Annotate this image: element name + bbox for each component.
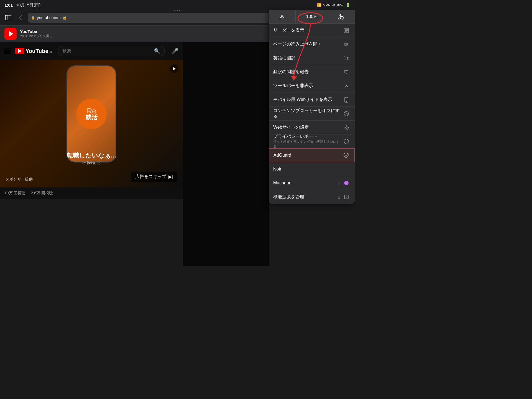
adguard-icon: [342, 151, 350, 159]
svg-text:A: A: [344, 56, 346, 59]
status-date: 10月15日(日): [16, 2, 40, 8]
menu-item-listen[interactable]: ページの読み上げを聞く: [269, 37, 355, 51]
content-overlay: [183, 10, 269, 266]
menu-item-translate[interactable]: 英語に翻訳 A あ: [269, 51, 355, 65]
hamburger-line: [4, 53, 11, 53]
bottom-content: 19万 回視聴 2.6万 回視聴: [0, 187, 183, 199]
youtube-logo-jp: JP: [50, 50, 53, 54]
menu-item-reader[interactable]: リーダーを表示: [269, 24, 355, 37]
menu-item-privacy-label: プライバシーレポート: [273, 134, 342, 139]
mic-button[interactable]: 🎤: [172, 48, 178, 54]
macaque-icon: [342, 179, 350, 187]
sponsor-label: スポンサー提供: [6, 177, 33, 182]
phone-mockup: Re 就活: [66, 65, 116, 162]
video-domain: re-katsu.jp: [0, 161, 183, 165]
svg-rect-0: [5, 15, 7, 20]
menu-item-mobile[interactable]: モバイル用 Webサイトを表示: [269, 93, 355, 107]
three-dots-decoration: [174, 10, 180, 11]
svg-rect-9: [345, 43, 346, 45]
lock-icon: 🔒: [31, 16, 35, 20]
battery-label: 82%: [337, 3, 344, 7]
wifi-icon: 📶: [317, 3, 321, 7]
battery-icon: 🔋: [346, 3, 350, 7]
url-text: youtube.com: [37, 15, 61, 20]
menu-item-listen-label: ページの読み上げを聞く: [273, 41, 342, 47]
noir-icon: [342, 165, 350, 173]
dropdown-menu: あ 100% あ リーダーを表示 ページの読み上げを聞く 英語: [269, 10, 355, 204]
url-lock-suffix: 🔒: [62, 16, 67, 20]
translate-icon: A あ: [342, 54, 350, 62]
rekatsu-kanji-text: 就活: [85, 115, 98, 121]
svg-line-16: [345, 112, 348, 115]
svg-point-17: [346, 127, 347, 128]
menu-item-translate-label: 英語に翻訳: [273, 55, 342, 61]
menu-item-blocker[interactable]: コンテンツブロッカーをオフにする: [269, 107, 355, 121]
menu-item-extensions[interactable]: 機能拡張を管理 1: [269, 190, 355, 204]
view-count-2: 2.6万 回視聴: [31, 191, 53, 196]
video-overlay-text: 転職したいなぁ... re-katsu.jp: [0, 151, 183, 165]
listen-icon: [342, 40, 350, 48]
hamburger-line: [4, 51, 11, 51]
youtube-header: YouTube JP 検索 🔍 🎤: [0, 42, 183, 60]
menu-item-macaque[interactable]: Macaque 1: [269, 176, 355, 190]
menu-item-report-label: 翻訳の問題を報告: [273, 69, 342, 75]
search-icon: 🔍: [154, 48, 160, 54]
svg-point-18: [344, 125, 349, 130]
status-time: 1:01: [4, 3, 13, 7]
location-icon: ⊕: [332, 3, 335, 7]
app-sub: YouTubeアプリで開く: [20, 34, 53, 39]
skip-ad-button[interactable]: 広告をスキップ ▶|: [131, 172, 177, 182]
rekatsu-re-text: Re: [87, 107, 96, 115]
svg-text:あ: あ: [346, 56, 349, 60]
font-size-increase-button[interactable]: あ: [328, 10, 355, 23]
menu-item-privacy[interactable]: プライバシーレポート サイト越えトラッキング防止機能をオンにする: [269, 134, 355, 148]
search-bar[interactable]: 検索 🔍: [58, 46, 165, 56]
menu-item-report[interactable]: 翻訳の問題を報告: [269, 65, 355, 79]
menu-item-reader-label: リーダーを表示: [273, 27, 342, 33]
settings-icon: [342, 124, 350, 131]
menu-item-websettings[interactable]: Webサイトの設定: [269, 121, 355, 134]
video-area: Re 就活 転職したいなぁ... re-katsu.jp 広告をスキップ ▶| …: [0, 60, 183, 187]
menu-item-toolbar[interactable]: ツールバーを非表示: [269, 79, 355, 93]
menu-item-adguard[interactable]: AdGuard: [269, 148, 355, 162]
font-size-percentage: 100%: [296, 10, 328, 23]
skip-arrow-icon: ▶|: [168, 174, 173, 179]
privacy-icon: [342, 138, 350, 145]
font-size-decrease-button[interactable]: あ: [269, 10, 296, 23]
back-button[interactable]: [16, 13, 25, 23]
rekatsu-logo: Re 就活: [76, 99, 107, 129]
app-icon: [4, 28, 17, 40]
video-play-button[interactable]: [170, 64, 178, 73]
search-placeholder: 検索: [63, 49, 71, 54]
youtube-logo-text: YouTube: [25, 48, 48, 54]
video-background: Re 就活 転職したいなぁ... re-katsu.jp 広告をスキップ ▶| …: [0, 60, 183, 187]
report-icon: [342, 68, 350, 76]
hamburger-menu[interactable]: [4, 49, 11, 53]
blocker-icon: [342, 110, 350, 118]
url-bar[interactable]: 🔒 youtube.com 🔒: [28, 13, 300, 23]
status-icons: 📶 VPN ⊕ 82% 🔋: [317, 3, 350, 7]
menu-item-privacy-sublabel: サイト越えトラッキング防止機能をオンにする: [273, 139, 342, 149]
youtube-logo[interactable]: YouTube JP: [15, 48, 53, 54]
view-count-1: 19万 回視聴: [4, 191, 25, 196]
menu-item-macaque-label: Macaque: [273, 181, 338, 185]
menu-item-websettings-label: Webサイトの設定: [273, 124, 342, 130]
video-title: 転職したいなぁ...: [0, 151, 183, 160]
mobile-icon: [342, 96, 350, 104]
sidebar-toggle-button[interactable]: [3, 13, 13, 23]
toolbar-icon: [342, 82, 350, 90]
menu-item-toolbar-label: ツールバーを非表示: [273, 83, 342, 89]
menu-item-extensions-count: 1: [338, 195, 340, 199]
vpn-label: VPN: [323, 3, 331, 7]
youtube-logo-icon: [15, 48, 24, 54]
font-size-row: あ 100% あ: [269, 10, 355, 24]
app-info: YouTube YouTubeアプリで開く: [20, 29, 53, 39]
menu-item-extensions-label: 機能拡張を管理: [273, 194, 338, 200]
menu-item-adguard-label: AdGuard: [273, 153, 342, 158]
menu-item-mobile-label: モバイル用 Webサイトを表示: [273, 97, 342, 103]
youtube-play-icon: [18, 49, 22, 53]
reader-icon: [342, 27, 350, 34]
status-bar: 1:01 10月15日(日) 📶 VPN ⊕ 82% 🔋: [0, 0, 355, 10]
menu-item-noir[interactable]: Noir: [269, 162, 355, 176]
app-name: YouTube: [20, 29, 53, 34]
